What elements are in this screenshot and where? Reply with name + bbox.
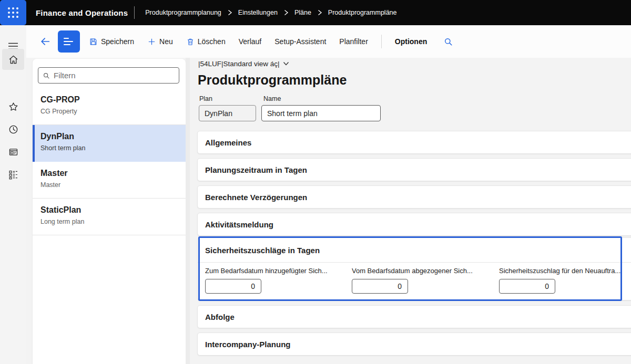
list-item-subtitle: Long term plan xyxy=(40,218,180,225)
view-selector-label: |54LUF|Standard view áç| xyxy=(198,60,280,68)
section-abfolge[interactable]: Abfolge xyxy=(197,305,631,328)
arrow-left-icon xyxy=(39,36,51,47)
list-item-master[interactable]: Master Master xyxy=(33,162,186,199)
rail-item-favorites[interactable] xyxy=(2,96,24,117)
field-group: Vom Bedarfsdatum abgezogener Sich... xyxy=(352,267,488,294)
list-item-subtitle: CG Property xyxy=(40,108,180,115)
waffle-icon xyxy=(8,7,18,18)
workspaces-icon xyxy=(8,147,19,158)
breadcrumb-item[interactable]: Produktprogrammplanung xyxy=(145,9,221,16)
app-title: Finance and Operations xyxy=(36,8,128,17)
section-allgemeines[interactable]: Allgemeines xyxy=(197,131,631,154)
setup-assistant-button[interactable]: Setup-Assistent xyxy=(274,37,326,46)
filter-field[interactable] xyxy=(38,67,179,84)
safety-margin-receipt-label: Zum Bedarfsdatum hinzugefügter Sich... xyxy=(205,267,342,275)
app-window: Finance and Operations Produktprogrammpl… xyxy=(0,0,631,364)
breadcrumb-item[interactable]: Pläne xyxy=(294,9,311,16)
list-item-cg-prop[interactable]: CG-PROP CG Property xyxy=(33,88,186,125)
name-field-input[interactable] xyxy=(261,105,381,121)
clock-icon xyxy=(8,124,19,135)
section-sicherheitszuschlaege-expanded: Sicherheitszuschläge in Tagen Zum Bedarf… xyxy=(197,237,631,300)
section-planungszeitraum[interactable]: Planungszeitraum in Tagen xyxy=(197,158,631,181)
chevron-right-icon xyxy=(317,9,322,16)
plan-field-label: Plan xyxy=(199,95,212,102)
filter-search-icon xyxy=(43,72,50,79)
section-title: Allgemeines xyxy=(205,138,251,147)
back-button[interactable] xyxy=(39,36,51,47)
delete-button[interactable]: Löschen xyxy=(186,37,226,46)
breadcrumb: Produktprogrammplanung Einstellungen Plä… xyxy=(145,9,396,16)
toolbar-divider xyxy=(381,35,382,48)
name-field-label: Name xyxy=(263,95,281,102)
field-group: Zum Bedarfsdatum hinzugefügter Sich... xyxy=(205,267,342,294)
list-item-dynplan-selected[interactable]: DynPlan Short term plan xyxy=(33,125,186,162)
top-navigation-bar: Finance and Operations Produktprogrammpl… xyxy=(0,0,631,25)
filter-input[interactable] xyxy=(54,71,175,80)
list-item-title: Master xyxy=(40,169,180,178)
safety-margin-issue-label: Vom Bedarfsdatum abgezogener Sich... xyxy=(352,267,488,275)
save-button[interactable]: Speichern xyxy=(89,37,134,46)
list-item-title: DynPlan xyxy=(40,132,180,141)
plus-icon xyxy=(147,37,156,46)
chevron-right-icon xyxy=(227,9,232,16)
list-item-title: StaticPlan xyxy=(40,205,180,215)
topbar-divider xyxy=(134,6,135,19)
safety-margin-receipt-input[interactable] xyxy=(205,279,261,294)
section-aktivitaetsmeldung[interactable]: Aktivitätsmeldung xyxy=(197,213,631,236)
view-selector[interactable]: |54LUF|Standard view áç| xyxy=(198,60,289,68)
section-title: Sicherheitszuschläge in Tagen xyxy=(205,246,320,255)
panel-splitter[interactable] xyxy=(186,58,190,364)
home-icon xyxy=(8,54,19,65)
plan-filter-button[interactable]: Planfilter xyxy=(339,37,368,46)
modules-list-icon xyxy=(8,169,19,180)
rail-item-modules[interactable] xyxy=(2,164,24,185)
safety-margin-reorder-input[interactable] xyxy=(499,279,555,294)
section-title: Berechnete Verzögerungen xyxy=(205,193,307,202)
star-icon xyxy=(8,101,19,112)
rail-item-workspaces[interactable] xyxy=(2,141,24,162)
list-item-subtitle: Short term plan xyxy=(40,144,180,152)
rail-item-home[interactable] xyxy=(2,49,24,70)
trash-icon xyxy=(186,37,195,46)
record-list-panel: CG-PROP CG Property DynPlan Short term p… xyxy=(33,59,186,364)
chevron-right-icon xyxy=(283,9,289,16)
list-item-title: CG-PROP xyxy=(40,95,180,105)
navigation-pane-toggle-button[interactable] xyxy=(58,30,80,53)
section-title: Planungszeitraum in Tagen xyxy=(205,165,307,174)
chevron-down-icon xyxy=(283,61,289,66)
list-item-staticplan[interactable]: StaticPlan Long term plan xyxy=(33,199,186,235)
new-button[interactable]: Neu xyxy=(147,37,173,46)
breadcrumb-item-current[interactable]: Produktprogrammpläne xyxy=(328,9,397,16)
section-intercompany-planung[interactable]: Intercompany-Planung xyxy=(197,332,631,356)
plan-list: CG-PROP CG Property DynPlan Short term p… xyxy=(33,88,186,235)
navigation-rail xyxy=(0,25,26,364)
safety-margin-issue-input[interactable] xyxy=(352,279,408,294)
section-berechnete-verzoegerungen[interactable]: Berechnete Verzögerungen xyxy=(197,185,631,209)
safety-margin-reorder-label: Sicherheitszuschlag für den Neuauftra... xyxy=(499,267,631,275)
save-icon xyxy=(89,37,98,46)
options-button[interactable]: Optionen xyxy=(395,37,427,46)
section-title: Intercompany-Planung xyxy=(205,340,291,349)
search-icon xyxy=(443,37,453,47)
section-sicherheitszuschlaege-header[interactable]: Sicherheitszuschläge in Tagen xyxy=(198,238,631,263)
field-group: Sicherheitszuschlag für den Neuauftra... xyxy=(499,267,631,294)
section-title: Aktivitätsmeldung xyxy=(205,220,273,229)
toolbar-buttons: Speichern Neu Löschen Verlauf Setup-Assi… xyxy=(89,35,453,48)
app-launcher-button[interactable] xyxy=(0,0,26,25)
selected-indicator xyxy=(33,125,35,162)
section-title: Abfolge xyxy=(205,313,235,321)
search-button[interactable] xyxy=(443,37,453,47)
list-item-subtitle: Master xyxy=(40,181,180,189)
history-button[interactable]: Verlauf xyxy=(239,37,262,46)
plan-field-input[interactable] xyxy=(199,105,256,121)
breadcrumb-item[interactable]: Einstellungen xyxy=(238,9,278,16)
rail-item-recent[interactable] xyxy=(2,119,24,140)
action-toolbar: Speichern Neu Löschen Verlauf Setup-Assi… xyxy=(0,25,631,58)
page-title: Produktprogrammpläne xyxy=(198,72,347,88)
